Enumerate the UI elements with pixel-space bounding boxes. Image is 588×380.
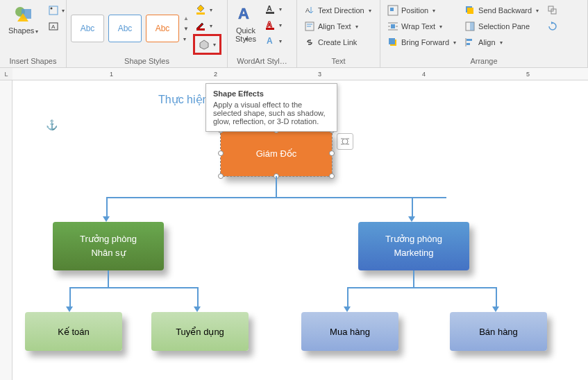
text-outline-button[interactable]: A▾: [262, 17, 284, 33]
anchor-icon: ⚓: [46, 119, 58, 130]
connector: [412, 197, 413, 218]
position-icon: [387, 5, 398, 16]
org-node-l2-left[interactable]: Trưởng phòng Nhân sự: [53, 222, 164, 270]
svg-point-4: [51, 8, 53, 10]
layout-options-icon: [339, 136, 351, 147]
arrow-icon: [66, 306, 73, 312]
send-backward-button[interactable]: Send Backward▾: [462, 3, 541, 18]
shape-outline-button[interactable]: ▾: [193, 18, 221, 33]
align-icon: [464, 37, 476, 48]
connector: [106, 197, 446, 198]
arrow-icon: [492, 306, 499, 312]
group-text: AText Direction▾ Align Text▾ Create Link…: [297, 0, 380, 67]
group-objects-button[interactable]: [544, 3, 561, 18]
shape-style-gallery[interactable]: Abc Abc Abc ▲ ▼ ▾: [69, 10, 190, 46]
ribbon: Shapes▾ ▾ A Insert Shapes Abc Abc Abc ▲ …: [0, 0, 588, 68]
svg-rect-28: [389, 38, 395, 44]
send-backward-icon: [464, 5, 476, 16]
svg-text:A: A: [51, 24, 56, 30]
bring-forward-button[interactable]: Bring Forward▾: [385, 35, 459, 50]
connector: [496, 287, 497, 308]
group-arrange: Position▾ Wrap Text▾ Bring Forward▾ Send…: [380, 0, 588, 67]
svg-text:A: A: [267, 36, 273, 46]
group-label-wordart: WordArt Styl…: [230, 55, 294, 67]
svg-rect-21: [390, 8, 394, 11]
align-text-button[interactable]: Align Text▾: [301, 19, 374, 34]
org-node-l2-right[interactable]: Trưởng phòng Marketing: [358, 222, 469, 270]
svg-rect-35: [467, 43, 470, 45]
group-icon: [547, 5, 558, 16]
arrow-icon: [344, 306, 351, 312]
position-button[interactable]: Position▾: [385, 3, 459, 18]
connector: [108, 270, 109, 287]
svg-rect-3: [49, 6, 58, 15]
arrow-icon: [103, 216, 110, 222]
draw-textbox-button[interactable]: A: [47, 19, 67, 34]
svg-rect-12: [266, 12, 274, 14]
org-node-root[interactable]: Giám Đốc: [221, 130, 332, 176]
gallery-up-button[interactable]: ▲: [183, 13, 189, 23]
bring-forward-icon: [387, 37, 398, 48]
layout-options-button[interactable]: [337, 133, 353, 150]
tooltip-body: Apply a visual effect to the selected sh…: [213, 101, 330, 126]
connector: [197, 287, 199, 308]
wrap-text-button[interactable]: Wrap Text▾: [385, 19, 459, 34]
connector: [69, 287, 71, 308]
gallery-down-button[interactable]: ▼: [183, 24, 189, 33]
align-text-icon: [304, 21, 315, 32]
svg-rect-8: [196, 28, 205, 31]
group-label-shape-styles: Shape Styles: [69, 55, 224, 67]
selection-pane-button[interactable]: Selection Pane: [462, 19, 541, 34]
svg-rect-32: [470, 22, 474, 31]
ruler-corner: L: [0, 68, 12, 80]
org-node-l3-2[interactable]: Tuyển dụng: [151, 312, 249, 351]
edit-shape-button[interactable]: ▾: [47, 3, 67, 18]
svg-rect-30: [467, 8, 473, 14]
text-direction-button[interactable]: AText Direction▾: [301, 3, 374, 18]
quick-styles-button[interactable]: A Quick Styles ▾: [230, 1, 261, 44]
arrow-icon: [194, 306, 201, 312]
shape-effects-highlight: ▾: [193, 34, 221, 55]
text-effects-button[interactable]: A▾: [262, 33, 284, 49]
shape-effects-button[interactable]: ▾: [196, 37, 218, 52]
connector: [347, 287, 497, 288]
wrap-text-icon: [387, 21, 398, 32]
outline-icon: [195, 20, 206, 31]
fill-icon: [195, 4, 206, 15]
create-link-button[interactable]: Create Link: [301, 35, 374, 50]
page-title: Thực hiện: [158, 93, 208, 106]
gallery-more-button[interactable]: ▾: [183, 34, 189, 44]
selection-pane-icon: [464, 21, 476, 32]
text-direction-icon: A: [304, 5, 315, 16]
document-canvas[interactable]: Thực hiện ⚓ Shape Effects Apply a visual…: [12, 80, 588, 380]
arrow-icon: [408, 216, 415, 222]
svg-text:A: A: [267, 4, 272, 12]
group-insert-shapes: Shapes▾ ▾ A Insert Shapes: [0, 0, 67, 67]
org-node-l3-1[interactable]: Kế toán: [25, 312, 122, 351]
connector: [69, 287, 199, 288]
shapes-icon: [12, 3, 35, 25]
shape-effects-tooltip: Shape Effects Apply a visual effect to t…: [205, 83, 337, 132]
align-button[interactable]: Align▾: [462, 35, 541, 50]
group-label-insert-shapes: Insert Shapes: [3, 55, 63, 67]
group-shape-styles: Abc Abc Abc ▲ ▼ ▾ ▾ ▾ ▾ Shape Styles: [67, 0, 228, 67]
group-wordart-styles: A Quick Styles ▾ A▾ A▾ A▾ WordArt Styl…: [228, 0, 297, 67]
connector: [413, 270, 414, 287]
style-thumb-3[interactable]: Abc: [146, 15, 179, 42]
svg-rect-22: [391, 24, 395, 28]
shapes-button[interactable]: Shapes▾: [4, 1, 42, 37]
shapes-label: Shapes: [8, 26, 34, 35]
svg-text:A: A: [267, 20, 272, 28]
org-node-l3-4[interactable]: Bán hàng: [450, 312, 547, 351]
rotate-button[interactable]: [544, 19, 561, 34]
shape-fill-button[interactable]: ▾: [193, 2, 221, 17]
org-node-l3-3[interactable]: Mua hàng: [301, 312, 398, 351]
horizontal-ruler[interactable]: 1 2 3 4 5: [12, 68, 588, 80]
style-thumb-2[interactable]: Abc: [108, 15, 142, 42]
svg-text:A: A: [238, 5, 249, 22]
vertical-ruler[interactable]: [0, 80, 12, 380]
style-thumb-1[interactable]: Abc: [71, 15, 104, 42]
text-fill-button[interactable]: A▾: [262, 1, 284, 17]
link-icon: [304, 37, 315, 48]
effects-icon: [199, 39, 210, 50]
